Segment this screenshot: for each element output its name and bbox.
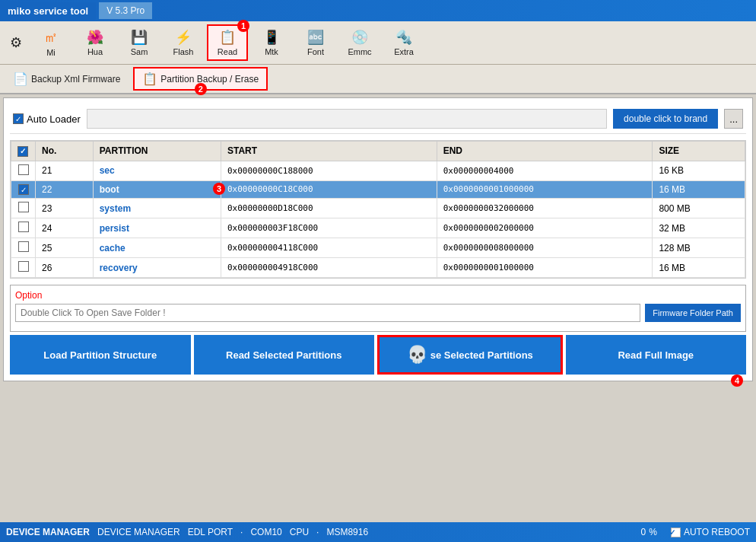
auto-loader-label: Auto Loader [27, 113, 81, 125]
backup-xml-icon: 📄 [13, 72, 28, 86]
read-icon: 📋 [219, 29, 236, 46]
tools-icon-btn[interactable]: ⚙ [5, 30, 27, 55]
row-size: 16 MB [653, 258, 745, 278]
row-partition[interactable]: system [93, 199, 221, 218]
toolbar-emmc[interactable]: 💿 Emmc [339, 25, 380, 60]
row-size: 800 MB [653, 199, 745, 218]
hua-icon: 🌺 [87, 29, 103, 46]
row-checkbox[interactable] [18, 184, 29, 195]
table-row: 26recovery0x000000004918C0000x0000000001… [11, 258, 745, 278]
progress-value: 0 [641, 527, 646, 537]
flash-icon: ⚡ [175, 29, 192, 46]
row-partition[interactable]: cache [93, 238, 221, 258]
toolbar-mtk[interactable]: 📱 Mtk [251, 25, 292, 60]
row-end: 0x0000000032000000 [437, 199, 653, 218]
row-end: 0x0000000001000000 [437, 258, 653, 278]
browse-btn[interactable]: ... [724, 109, 743, 129]
option-section: Option Firmware Folder Path [10, 285, 746, 332]
partition-backup-icon: 📋 [142, 72, 157, 86]
table-row: 24persist0x000000003F18C0000x00000000020… [11, 218, 745, 238]
progress-area: 0 % [641, 527, 657, 537]
cpu-label: CPU [290, 527, 309, 537]
marker-2: 2 [195, 83, 207, 95]
bottom-buttons: Load Partition Structure Read Selected P… [10, 335, 746, 375]
device-manager-text: DEVICE MANAGER [97, 527, 180, 537]
load-partition-btn[interactable]: Load Partition Structure [10, 335, 191, 375]
row-end: 0x0000000001000000 [437, 180, 653, 199]
folder-path-input[interactable] [15, 304, 640, 322]
status-bar: DEVICE MANAGER DEVICE MANAGER EDL PORT ·… [0, 522, 756, 542]
row-no: 23 [36, 199, 94, 218]
row-checkbox[interactable] [18, 241, 29, 252]
toolbar-mi[interactable]: ㎡ Mi [30, 24, 71, 61]
extra-icon: 🔩 [395, 29, 412, 46]
erase-selected-btn[interactable]: 💀 se Selected Partitions [377, 335, 563, 375]
auto-reboot-area[interactable]: ✓ AUTO REBOOT [671, 527, 750, 537]
auto-loader-row: Auto Loader double click to brand ... [10, 104, 746, 134]
row-partition[interactable]: persist [93, 218, 221, 238]
row-no: 22 [36, 180, 94, 199]
row-no: 24 [36, 218, 94, 238]
read-selected-btn[interactable]: Read Selected Partitions [194, 335, 375, 375]
edl-port-sep: · [240, 527, 243, 537]
select-all-checkbox[interactable] [17, 146, 28, 157]
sub-toolbar: 📄 Backup Xml Firmware 2 📋 Partition Back… [0, 65, 756, 94]
backup-xml-btn[interactable]: 📄 Backup Xml Firmware [5, 68, 129, 90]
font-icon: 🔤 [307, 29, 324, 46]
auto-loader-checkbox[interactable] [13, 113, 24, 124]
partition-backup-btn[interactable]: 2 📋 Partition Backup / Erase [133, 67, 268, 91]
toolbar-hua[interactable]: 🌺 Hua [75, 25, 116, 60]
read-full-image-btn[interactable]: Read Full Image [566, 335, 747, 375]
row-partition[interactable]: sec [93, 161, 221, 180]
row-start: 0x00000000C18C000 [221, 180, 437, 199]
row-start: 0x00000000D18C000 [221, 199, 437, 218]
row-size: 32 MB [653, 218, 745, 238]
marker-1: 1 [237, 20, 249, 32]
table-row: 223boot0x00000000C18C0000x00000000010000… [11, 180, 745, 199]
folder-row: Firmware Folder Path [15, 304, 741, 322]
row-start: 0x00000000C188000 [221, 161, 437, 180]
toolbar-font[interactable]: 🔤 Font [295, 25, 336, 60]
double-click-brand-btn[interactable]: double click to brand [613, 109, 718, 129]
table-row: 21sec0x00000000C1880000x00000000400016 K… [11, 161, 745, 180]
col-start: START [221, 142, 437, 161]
toolbar-extra[interactable]: 🔩 Extra [383, 25, 424, 60]
auto-reboot-label: AUTO REBOOT [684, 527, 750, 537]
col-no: No. [36, 142, 94, 161]
brand-bar [87, 109, 607, 129]
col-size: SIZE [653, 142, 745, 161]
row-size: 16 KB [653, 161, 745, 180]
sam-icon: 💾 [131, 29, 148, 46]
firmware-folder-path-btn[interactable]: Firmware Folder Path [645, 304, 741, 322]
toolbar-flash[interactable]: ⚡ Flash [163, 25, 204, 60]
row-checkbox[interactable] [18, 164, 29, 175]
content-area: Auto Loader double click to brand ... No… [3, 97, 753, 381]
row-start: 0x000000004118C000 [221, 238, 437, 258]
row-partition[interactable]: 3boot [93, 180, 221, 199]
row-checkbox[interactable] [18, 222, 29, 232]
toolbar-read[interactable]: 1 📋 Read [207, 24, 248, 61]
device-manager-label: DEVICE MANAGER [6, 527, 90, 537]
edl-port-label: EDL PORT [188, 527, 233, 537]
app-name: miko service tool [0, 2, 96, 20]
partition-table-container: No. PARTITION START END SIZE 21sec0x0000… [10, 140, 746, 279]
row-checkbox[interactable] [18, 261, 29, 272]
erase-icon: 💀 [407, 345, 427, 365]
wrench-icon: ⚙ [10, 34, 22, 51]
auto-loader-check[interactable]: Auto Loader [13, 113, 81, 125]
row-start: 0x000000004918C000 [221, 258, 437, 278]
row-checkbox[interactable] [18, 202, 29, 212]
auto-reboot-checkbox[interactable]: ✓ [671, 528, 681, 537]
row-no: 25 [36, 238, 94, 258]
row-start: 0x000000003F18C000 [221, 218, 437, 238]
main-toolbar: ⚙ ㎡ Mi 🌺 Hua 💾 Sam ⚡ Flash 1 📋 Read 📱 Mt… [0, 21, 756, 65]
title-bar: miko service tool V 5.3 Pro [0, 0, 756, 21]
table-row: 25cache0x000000004118C0000x0000000008000… [11, 238, 745, 258]
emmc-icon: 💿 [351, 29, 368, 46]
row-partition[interactable]: recovery [93, 258, 221, 278]
row-no: 26 [36, 258, 94, 278]
option-label: Option [15, 290, 741, 301]
toolbar-sam[interactable]: 💾 Sam [119, 25, 160, 60]
row-end: 0x0000000008000000 [437, 238, 653, 258]
mtk-icon: 📱 [263, 29, 280, 46]
